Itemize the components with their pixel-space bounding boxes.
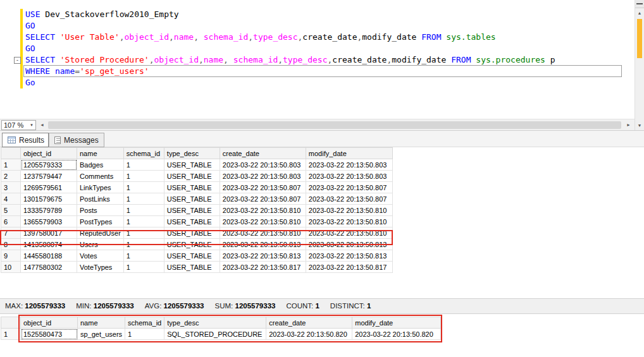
grid-cell[interactable]: 1205579333 — [21, 159, 77, 171]
grid-cell[interactable]: 2023-03-22 20:13:50.803 — [306, 159, 392, 171]
grid-cell[interactable]: USER_TABLE — [164, 227, 220, 239]
code-line[interactable]: Go — [25, 77, 555, 88]
code-line[interactable]: SELECT 'Stored Procedure',object_id,name… — [25, 54, 555, 66]
grid-cell[interactable]: 1 — [123, 171, 164, 182]
split-editor-handle-icon[interactable] — [635, 0, 644, 8]
row-header[interactable]: 5 — [1, 205, 21, 216]
grid-cell[interactable]: 2023-03-22 20:13:50.810 — [220, 216, 306, 227]
tab-results[interactable]: Results — [2, 133, 49, 147]
grid-cell[interactable]: 1445580188 — [21, 250, 77, 262]
code-line[interactable]: WHERE name='sp_get_users' — [25, 66, 555, 77]
scroll-down-icon[interactable]: ▼ — [635, 121, 644, 130]
grid-cell[interactable]: 1269579561 — [21, 182, 77, 193]
grid-cell[interactable]: ReputedUser — [77, 227, 124, 239]
grid-cell[interactable]: VoteTypes — [77, 262, 124, 273]
grid-cell[interactable]: 1 — [123, 250, 164, 262]
grid-cell[interactable]: USER_TABLE — [164, 193, 220, 205]
grid-cell[interactable]: 1333579789 — [21, 205, 77, 216]
scroll-up-icon[interactable]: ▲ — [635, 9, 644, 18]
column-header[interactable]: schema_id — [123, 148, 164, 159]
corner-header[interactable] — [1, 148, 21, 159]
grid-cell[interactable]: USER_TABLE — [164, 239, 220, 250]
column-header[interactable]: name — [77, 148, 124, 159]
grid-cell[interactable]: USER_TABLE — [164, 205, 220, 216]
grid-cell[interactable]: Users — [77, 239, 124, 250]
scroll-right-icon[interactable]: ► — [624, 121, 633, 130]
collapse-region-toggle-icon[interactable] — [14, 57, 21, 64]
grid-cell[interactable]: 2023-03-22 20:13:50.813 — [220, 239, 306, 250]
code-line[interactable]: SELECT 'User Table',object_id,name, sche… — [25, 32, 555, 43]
grid-cell[interactable]: 2023-03-22 20:13:50.803 — [220, 171, 306, 182]
grid-cell[interactable]: 1 — [123, 193, 164, 205]
grid-cell[interactable]: USER_TABLE — [164, 159, 220, 171]
grid-cell[interactable]: 2023-03-22 20:13:50.820 — [352, 329, 441, 340]
column-header[interactable]: schema_id — [125, 317, 164, 329]
grid-cell[interactable]: 2023-03-22 20:13:50.810 — [220, 227, 306, 239]
grid-cell[interactable]: 1525580473 — [21, 329, 78, 340]
row-header[interactable]: 7 — [1, 227, 21, 239]
grid-cell[interactable]: 1237579447 — [21, 171, 77, 182]
grid-cell[interactable]: 2023-03-22 20:13:50.810 — [306, 216, 392, 227]
column-header[interactable]: create_date — [266, 317, 352, 329]
grid-cell[interactable]: 1 — [123, 239, 164, 250]
grid-cell[interactable]: USER_TABLE — [164, 262, 220, 273]
row-header[interactable]: 6 — [1, 216, 21, 227]
corner-header[interactable] — [1, 317, 21, 329]
code-line[interactable]: USE Dev_Stackoverflow2010_Empty — [25, 9, 555, 20]
column-header[interactable]: create_date — [220, 148, 306, 159]
grid-cell[interactable]: 1 — [123, 159, 164, 171]
grid-cell[interactable]: 2023-03-22 20:13:50.807 — [220, 182, 306, 193]
row-header[interactable]: 3 — [1, 182, 21, 193]
grid-cell[interactable]: 2023-03-22 20:13:50.817 — [306, 262, 392, 273]
row-header[interactable]: 4 — [1, 193, 21, 205]
grid-cell[interactable]: 2023-03-22 20:13:50.813 — [306, 250, 392, 262]
row-header[interactable]: 10 — [1, 262, 21, 273]
grid-cell[interactable]: 1 — [123, 182, 164, 193]
grid-cell[interactable]: 2023-03-22 20:13:50.813 — [220, 250, 306, 262]
row-header[interactable]: 1 — [1, 159, 21, 171]
grid-cell[interactable]: 2023-03-22 20:13:50.817 — [220, 262, 306, 273]
grid-cell[interactable]: PostLinks — [77, 193, 124, 205]
column-header[interactable]: name — [78, 317, 125, 329]
grid-cell[interactable]: sp_get_users — [78, 329, 125, 340]
grid-cell[interactable]: 1 — [123, 216, 164, 227]
grid-cell[interactable]: 1413580074 — [21, 239, 77, 250]
grid-cell[interactable]: SQL_STORED_PROCEDURE — [164, 329, 266, 340]
grid-cell[interactable]: 2023-03-22 20:13:50.803 — [306, 171, 392, 182]
grid-cell[interactable]: Badges — [77, 159, 124, 171]
row-header[interactable]: 9 — [1, 250, 21, 262]
row-header[interactable]: 8 — [1, 239, 21, 250]
grid-cell[interactable]: USER_TABLE — [164, 171, 220, 182]
column-header[interactable]: type_desc — [164, 148, 220, 159]
grid-cell[interactable]: 2023-03-22 20:13:50.807 — [306, 182, 392, 193]
grid-cell[interactable]: USER_TABLE — [164, 182, 220, 193]
zoom-control[interactable]: 107 % ▼ — [1, 120, 36, 130]
column-header[interactable]: modify_date — [352, 317, 441, 329]
grid-cell[interactable]: 2023-03-22 20:13:50.803 — [220, 159, 306, 171]
grid-cell[interactable]: USER_TABLE — [164, 216, 220, 227]
grid-cell[interactable]: Posts — [77, 205, 124, 216]
grid-cell[interactable]: 1365579903 — [21, 216, 77, 227]
grid-cell[interactable]: Votes — [77, 250, 124, 262]
column-header[interactable]: modify_date — [306, 148, 392, 159]
sql-editor[interactable]: USE Dev_Stackoverflow2010_EmptyGOSELECT … — [0, 0, 635, 119]
grid-cell[interactable]: 2023-03-22 20:13:50.810 — [306, 227, 392, 239]
column-header[interactable]: object_id — [21, 148, 77, 159]
grid-cell[interactable]: 1397580017 — [21, 227, 77, 239]
code-line[interactable]: GO — [25, 43, 555, 54]
grid-cell[interactable]: 1 — [123, 262, 164, 273]
grid-cell[interactable]: USER_TABLE — [164, 250, 220, 262]
row-header[interactable]: 1 — [1, 329, 21, 340]
grid-cell[interactable]: 1477580302 — [21, 262, 77, 273]
grid-cell[interactable]: 1 — [123, 205, 164, 216]
grid-cell[interactable]: 2023-03-22 20:13:50.807 — [220, 193, 306, 205]
column-header[interactable]: type_desc — [164, 317, 266, 329]
grid-cell[interactable]: 2023-03-22 20:13:50.810 — [306, 205, 392, 216]
grid-cell[interactable]: 1301579675 — [21, 193, 77, 205]
grid-cell[interactable]: Comments — [77, 171, 124, 182]
grid-cell[interactable]: LinkTypes — [77, 182, 124, 193]
grid-cell[interactable]: 2023-03-22 20:13:50.820 — [266, 329, 352, 340]
grid-cell[interactable]: 2023-03-22 20:13:50.813 — [306, 239, 392, 250]
grid-cell[interactable]: PostTypes — [77, 216, 124, 227]
grid-cell[interactable]: 1 — [123, 227, 164, 239]
